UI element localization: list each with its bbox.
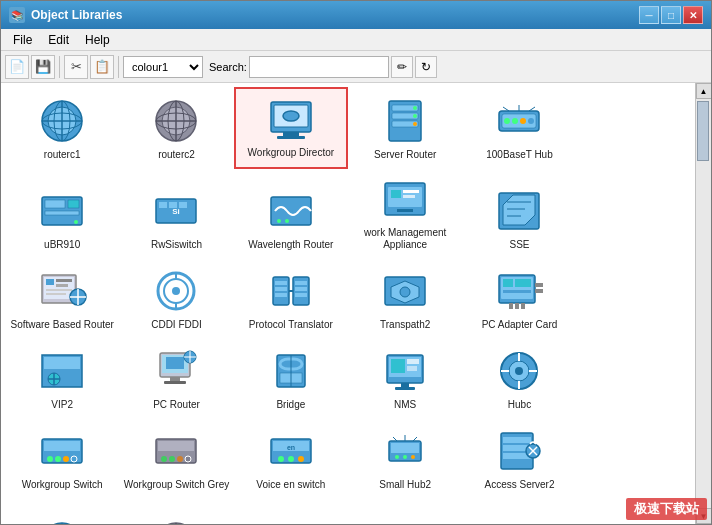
icon-cell-routerc2[interactable]: routerc2 <box>119 87 233 169</box>
icon-cell-rwsiswitch[interactable]: Si RwSiswitch <box>119 169 233 259</box>
icon-cell-empty4[interactable] <box>577 339 691 419</box>
minimize-button[interactable]: ─ <box>639 6 659 24</box>
search-edit-button[interactable]: ✏ <box>391 56 413 78</box>
svg-text:Si: Si <box>173 207 181 216</box>
cddi-fddi-icon <box>152 267 200 315</box>
work-mgmt-label: work Management Appliance <box>352 227 458 251</box>
scroll-track[interactable] <box>696 99 712 508</box>
wavelength-router-label: Wavelength Router <box>248 239 333 251</box>
copy-button[interactable]: 📋 <box>90 55 114 79</box>
access-server2-label: Access Server2 <box>484 479 554 491</box>
title-bar: 📚 Object Libraries ─ □ ✕ <box>1 1 711 29</box>
svg-point-130 <box>169 456 175 462</box>
icon-cell-software-router[interactable]: Software Based Router <box>5 259 119 339</box>
icon-cell-nms[interactable]: NMS <box>348 339 462 419</box>
icon-cell-empty3[interactable] <box>577 259 691 339</box>
svg-point-27 <box>512 118 518 124</box>
icon-cell-pc-adapter-card[interactable]: PC Adapter Card <box>462 259 576 339</box>
window-controls: ─ □ ✕ <box>639 6 703 24</box>
empty2-icon <box>610 199 658 247</box>
icon-cell-cddi-fddi[interactable]: CDDI FDDI <box>119 259 233 339</box>
protocol-translator-icon <box>267 267 315 315</box>
menu-file[interactable]: File <box>5 31 40 49</box>
routerc2-icon <box>152 97 200 145</box>
icon-cell-routerc1[interactable]: routerc1 <box>5 87 119 169</box>
svg-rect-50 <box>403 195 415 198</box>
icon-cell-hubc[interactable]: Hubc <box>462 339 576 419</box>
svg-rect-48 <box>391 190 401 198</box>
icon-cell-bottom1[interactable] <box>5 499 119 524</box>
empty3-icon <box>610 279 658 327</box>
icon-cell-bottom2[interactable] <box>119 499 233 524</box>
empty5-icon <box>610 439 658 487</box>
icon-cell-sse[interactable]: SSE <box>462 169 576 259</box>
svg-rect-99 <box>164 381 186 384</box>
svg-rect-62 <box>46 293 66 295</box>
icon-cell-bottom3[interactable] <box>234 499 348 524</box>
icon-cell-vip2[interactable]: VIP2 <box>5 339 119 419</box>
icon-cell-empty2[interactable] <box>577 169 691 259</box>
workgroup-switch-grey-label: Workgroup Switch Grey <box>124 479 229 491</box>
icon-cell-voice-en-switch[interactable]: en Voice en switch <box>234 419 348 499</box>
maximize-button[interactable]: □ <box>661 6 681 24</box>
toolbar-separator-2 <box>118 56 119 78</box>
svg-point-138 <box>298 456 304 462</box>
svg-rect-148 <box>503 437 531 443</box>
icon-cell-server-router[interactable]: Server Router <box>348 87 462 169</box>
icon-cell-100basethub[interactable]: 100BaseT Hub <box>462 87 576 169</box>
icon-cell-wavelength-router[interactable]: Wavelength Router <box>234 169 348 259</box>
small-hub2-label: Small Hub2 <box>379 479 431 491</box>
svg-rect-16 <box>277 136 305 139</box>
svg-rect-89 <box>509 303 513 309</box>
icon-cell-empty1[interactable] <box>577 87 691 169</box>
svg-rect-40 <box>159 202 167 208</box>
pc-router-icon <box>152 347 200 395</box>
cut-button[interactable]: ✂ <box>64 55 88 79</box>
svg-rect-87 <box>535 283 543 287</box>
scroll-up-button[interactable]: ▲ <box>696 83 712 99</box>
scrollbar[interactable]: ▲ ▼ <box>695 83 711 524</box>
svg-text:en: en <box>287 444 295 451</box>
menu-help[interactable]: Help <box>77 31 118 49</box>
icon-cell-work-mgmt[interactable]: work Management Appliance <box>348 169 462 259</box>
ubr910-icon <box>38 187 86 235</box>
svg-point-44 <box>277 219 281 223</box>
svg-point-137 <box>288 456 294 462</box>
close-button[interactable]: ✕ <box>683 6 703 24</box>
scroll-thumb[interactable] <box>697 101 709 161</box>
icon-cell-access-server2[interactable]: Access Server2 <box>462 419 576 499</box>
svg-point-14 <box>283 111 299 121</box>
svg-rect-49 <box>403 190 419 193</box>
icon-cell-empty5[interactable] <box>577 419 691 499</box>
svg-point-126 <box>71 456 77 462</box>
routerc1-icon <box>38 97 86 145</box>
icon-cell-ubr910[interactable]: uBR910 <box>5 169 119 259</box>
icon-cell-protocol-translator[interactable]: Protocol Translator <box>234 259 348 339</box>
main-window: 📚 Object Libraries ─ □ ✕ File Edit Help … <box>0 0 712 525</box>
menu-edit[interactable]: Edit <box>40 31 77 49</box>
svg-point-45 <box>285 219 289 223</box>
toolbar: 📄 💾 ✂ 📋 colour1 Search: ✏ ↻ <box>1 51 711 83</box>
icon-cell-pc-router[interactable]: PC Router <box>119 339 233 419</box>
search-input[interactable] <box>249 56 389 78</box>
icon-cell-small-hub2[interactable]: Small Hub2 <box>348 419 462 499</box>
svg-point-125 <box>63 456 69 462</box>
new-button[interactable]: 📄 <box>5 55 29 79</box>
svg-point-141 <box>395 455 399 459</box>
icon-cell-workgroup-switch-grey[interactable]: Workgroup Switch Grey <box>119 419 233 499</box>
icon-cell-workgroup-director[interactable]: Workgroup Director <box>234 87 348 169</box>
icon-cell-empty7[interactable] <box>462 499 576 524</box>
protocol-translator-label: Protocol Translator <box>249 319 333 331</box>
save-button[interactable]: 💾 <box>31 55 55 79</box>
refresh-button[interactable]: ↻ <box>415 56 437 78</box>
icon-cell-bridge[interactable]: Bridge <box>234 339 348 419</box>
svg-point-21 <box>413 106 417 110</box>
icon-cell-workgroup-switch[interactable]: Workgroup Switch <box>5 419 119 499</box>
color-dropdown[interactable]: colour1 <box>123 56 203 78</box>
icon-cell-transpath2[interactable]: Transpath2 <box>348 259 462 339</box>
svg-point-68 <box>172 287 180 295</box>
routerc1-label: routerc1 <box>44 149 81 161</box>
svg-rect-110 <box>407 359 419 364</box>
bridge-icon <box>267 347 315 395</box>
icon-cell-empty6[interactable] <box>348 499 462 524</box>
